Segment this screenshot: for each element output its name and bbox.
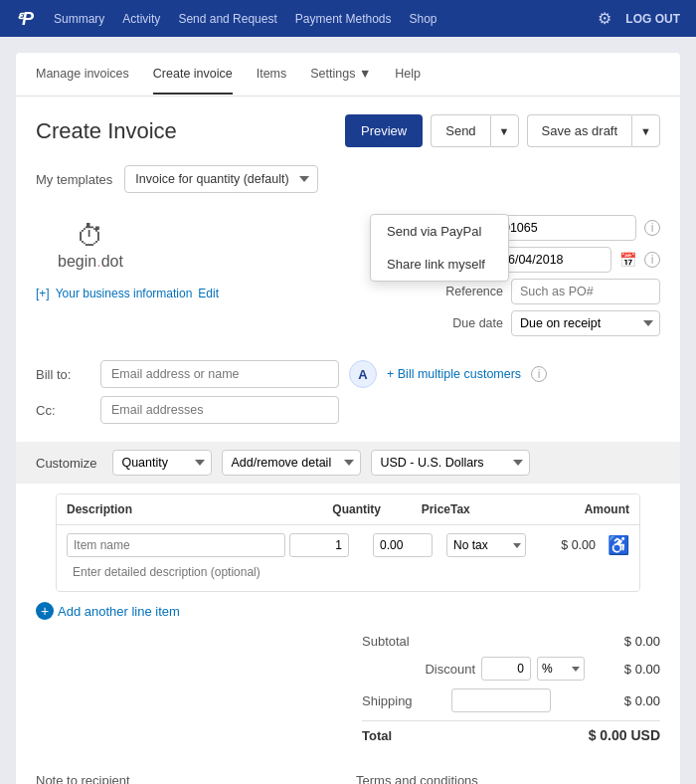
item-description-row [67, 557, 629, 583]
table-row: No tax $ 0.00 ♿ [57, 525, 639, 591]
save-draft-button-top[interactable]: Save as draft [527, 114, 632, 147]
main-content: Manage invoices Create invoice Items Set… [16, 53, 680, 784]
invoice-number-input[interactable] [487, 215, 636, 241]
logout-button[interactable]: LOG OUT [625, 12, 680, 26]
col-price: Price [381, 502, 450, 516]
subnav-help[interactable]: Help [395, 55, 421, 95]
shipping-label: Shipping [362, 693, 413, 708]
terms-col: Terms and conditions 4000 [356, 773, 660, 784]
tax-select[interactable]: No tax [446, 533, 526, 557]
due-date-label: Due date [414, 316, 503, 330]
nav-send-request[interactable]: Send and Request [178, 12, 276, 26]
add-line-icon: + [36, 602, 54, 620]
nav-items: Summary Activity Send and Request Paymen… [54, 12, 598, 26]
notes-col: Note to recipient 4000 [36, 773, 340, 784]
totals-section: Subtotal $ 0.00 Discount % $ 0.00 Shippi… [16, 630, 680, 759]
currency-select[interactable]: USD - U.S. Dollars [371, 450, 530, 476]
business-icon: [+] [36, 287, 50, 300]
invoice-table: Description Quantity Price Tax Amount No… [56, 493, 640, 592]
gear-icon[interactable]: ⚙ [598, 9, 611, 28]
quantity-select[interactable]: Quantity [112, 450, 212, 476]
business-edit-link[interactable]: Edit [198, 287, 219, 300]
item-price-input[interactable] [373, 533, 433, 557]
top-nav: ᵋP Summary Activity Send and Request Pay… [0, 0, 696, 37]
header-buttons: Preview Send ▼ Send via PayPal Share lin… [345, 114, 660, 147]
delete-item-icon[interactable]: ♿ [608, 534, 629, 556]
shipping-row: Shipping $ 0.00 [362, 685, 660, 716]
share-link-myself[interactable]: Share link myself [371, 248, 508, 281]
preview-button-top[interactable]: Preview [345, 114, 423, 147]
subtotal-label: Subtotal [362, 634, 410, 649]
shipping-input[interactable] [451, 688, 551, 712]
send-caret-top[interactable]: ▼ [490, 114, 519, 147]
subnav-create[interactable]: Create invoice [153, 55, 233, 95]
cc-input[interactable] [100, 396, 339, 424]
send-button-top[interactable]: Send [431, 114, 489, 147]
subtotal-value: $ 0.00 [591, 634, 660, 649]
discount-type-select[interactable]: % [537, 657, 585, 681]
add-line-label: Add another line item [58, 604, 180, 619]
logo-image: ⏱ begin.dot [36, 215, 145, 275]
discount-row: Discount % $ 0.00 [362, 653, 660, 685]
subnav-settings[interactable]: Settings ▼ [310, 55, 371, 95]
template-row: My templates Invoice for quantity (defau… [16, 159, 680, 205]
shipping-value: $ 0.00 [591, 693, 660, 708]
nav-shop[interactable]: Shop [410, 12, 437, 26]
cc-row: Cc: [36, 396, 660, 424]
reference-input[interactable] [511, 279, 660, 304]
logo-section: ⏱ begin.dot [+] Your business informatio… [36, 215, 382, 336]
avatar-icon: A [349, 360, 377, 388]
item-qty-input[interactable] [289, 533, 349, 557]
cc-label: Cc: [36, 403, 90, 418]
terms-label: Terms and conditions [356, 773, 660, 784]
add-line-section: + Add another line item [16, 592, 680, 630]
paypal-logo: ᵋP [16, 8, 34, 30]
col-quantity: Quantity [301, 502, 381, 516]
send-dropdown: Send via PayPal Share link myself [370, 214, 509, 282]
total-label: Total [362, 728, 392, 743]
invoice-number-info[interactable]: i [644, 220, 660, 236]
business-info[interactable]: [+] Your business information Edit [36, 287, 382, 300]
calendar-icon[interactable]: 📅 [619, 252, 636, 268]
customize-label: Customize [36, 456, 96, 471]
item-row: No tax $ 0.00 ♿ [67, 533, 629, 557]
reference-row: Reference [382, 279, 660, 304]
total-value: $ 0.00 USD [589, 727, 660, 743]
nav-payment-methods[interactable]: Payment Methods [295, 12, 392, 26]
template-select[interactable]: Invoice for quantity (default) [124, 165, 318, 193]
bill-to-row: Bill to: A + Bill multiple customers i [36, 360, 660, 388]
notes-label: Note to recipient [36, 773, 340, 784]
add-line-button[interactable]: + Add another line item [36, 602, 180, 620]
discount-label: Discount [425, 662, 475, 677]
send-button-group: Send ▼ Send via PayPal Share link myself [431, 114, 518, 147]
due-date-select[interactable]: Due on receipt [511, 310, 660, 336]
due-date-row: Due date Due on receipt [382, 310, 660, 336]
nav-activity[interactable]: Activity [122, 12, 160, 26]
page-header: Create Invoice Preview Send ▼ Send via P… [16, 97, 680, 159]
item-desc-input[interactable] [67, 561, 629, 583]
invoice-date-input[interactable] [492, 247, 611, 273]
detail-select[interactable]: Add/remove detail [222, 450, 361, 476]
col-tax: Tax [450, 502, 550, 516]
reference-label: Reference [414, 285, 503, 298]
total-row: Total $ 0.00 USD [362, 720, 660, 749]
notes-terms-section: Note to recipient 4000 Terms and conditi… [16, 759, 680, 784]
save-draft-caret-top[interactable]: ▼ [631, 114, 660, 147]
item-name-input[interactable] [67, 533, 285, 557]
discount-input[interactable] [481, 657, 531, 681]
subnav-manage[interactable]: Manage invoices [36, 55, 129, 95]
business-label: Your business information [56, 287, 193, 300]
bill-to-input[interactable] [100, 360, 339, 388]
nav-right: ⚙ LOG OUT [598, 9, 680, 28]
template-label: My templates [36, 172, 112, 187]
bill-info-icon[interactable]: i [531, 366, 547, 382]
table-header: Description Quantity Price Tax Amount [57, 494, 639, 525]
totals-table: Subtotal $ 0.00 Discount % $ 0.00 Shippi… [362, 630, 660, 749]
subtotal-row: Subtotal $ 0.00 [362, 630, 660, 653]
bill-multiple-link[interactable]: + Bill multiple customers [387, 367, 521, 381]
invoice-top: ⏱ begin.dot [+] Your business informatio… [16, 205, 680, 350]
send-via-paypal[interactable]: Send via PayPal [371, 215, 508, 248]
nav-summary[interactable]: Summary [54, 12, 104, 26]
invoice-date-info[interactable]: i [644, 252, 660, 268]
subnav-items[interactable]: Items [257, 55, 287, 95]
